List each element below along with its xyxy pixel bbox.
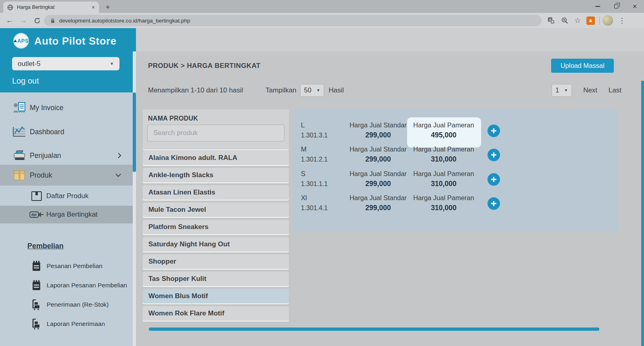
window-close-button[interactable]: × bbox=[625, 0, 644, 13]
chevron-right-icon bbox=[117, 152, 121, 159]
bookmark-star-icon[interactable]: ☆ bbox=[572, 15, 583, 26]
rp-price-tag-icon: RP bbox=[29, 210, 44, 219]
cash-register-icon bbox=[12, 150, 27, 161]
product-item[interactable]: Alaina Kimono adult. RALA bbox=[143, 151, 289, 165]
back-button[interactable]: ← bbox=[4, 15, 15, 26]
extension-icon[interactable]: a bbox=[586, 15, 595, 26]
pagination: 1 ▼ Next Last bbox=[551, 84, 621, 97]
page-size-select[interactable]: 50 ▼ bbox=[300, 84, 324, 97]
translate-icon[interactable]: a bbox=[545, 15, 557, 26]
app-content: APS Auto Pilot Store outlet-5 ▼ Log out … bbox=[0, 28, 644, 346]
horizontal-scrollbar-thumb[interactable] bbox=[149, 328, 599, 331]
add-price-tier-button[interactable] bbox=[488, 149, 500, 161]
add-price-tier-button[interactable] bbox=[488, 197, 500, 210]
sidebar-item-pesanan-pembelian[interactable]: Pesanan Pembelian bbox=[0, 257, 136, 275]
sidebar-item-label: Produk bbox=[30, 171, 52, 180]
exhibition-price-label: Harga Jual Pameran bbox=[409, 170, 478, 178]
window-restore-button[interactable] bbox=[607, 0, 625, 13]
lock-icon bbox=[50, 18, 56, 24]
variant-sku: 1.301.3.1 bbox=[301, 132, 345, 139]
sidebar-scrollbar-thumb[interactable] bbox=[133, 92, 136, 172]
product-search-input[interactable] bbox=[147, 125, 284, 141]
toolbar-separator bbox=[599, 15, 600, 26]
plus-icon bbox=[491, 176, 497, 182]
product-item[interactable]: Saturday Night Hang Out bbox=[143, 237, 289, 252]
handtruck-icon bbox=[31, 319, 43, 330]
favicon-globe-icon bbox=[7, 4, 13, 10]
browser-window: Harga Bertingkat × + × ← → development.a… bbox=[0, 0, 644, 346]
address-bar[interactable]: development.autopilotstore.co.id/harga_b… bbox=[44, 15, 541, 26]
page-vertical-scrollbar-thumb[interactable] bbox=[641, 81, 644, 346]
logo-text: APS bbox=[17, 38, 29, 44]
sidebar-item-label: Penjualan bbox=[30, 152, 61, 160]
product-item[interactable]: Shopper bbox=[143, 254, 289, 269]
caret-down-icon: ▼ bbox=[564, 88, 568, 92]
standard-price-value: 299,000 bbox=[344, 131, 412, 139]
page-number-select[interactable]: 1 ▼ bbox=[551, 84, 572, 97]
product-item[interactable]: Women Rok Flare Motif bbox=[143, 306, 289, 321]
upload-massal-button[interactable]: Upload Massal bbox=[551, 59, 614, 73]
window-minimize-button[interactable] bbox=[588, 0, 607, 13]
sidebar-item-my-invoice[interactable]: My Invoice bbox=[0, 98, 136, 117]
standard-price-label: Harga Jual Standar bbox=[344, 170, 412, 178]
logout-link[interactable]: Log out bbox=[12, 76, 39, 86]
sidebar-item-produk[interactable]: Produk bbox=[0, 165, 136, 186]
breadcrumb: PRODUK > HARGA BERTINGKAT bbox=[148, 62, 261, 70]
exhibition-price-value: 310,000 bbox=[409, 180, 478, 188]
exhibition-price-label: Harga Jual Pameran bbox=[409, 121, 478, 129]
sidebar-item-label: Dashboard bbox=[30, 128, 64, 136]
new-tab-button[interactable]: + bbox=[102, 2, 113, 13]
standard-price-value: 299,000 bbox=[344, 204, 412, 212]
add-price-tier-button[interactable] bbox=[488, 125, 500, 137]
browser-tab[interactable]: Harga Bertingkat × bbox=[3, 2, 99, 13]
product-item[interactable]: Platform Sneakers bbox=[143, 220, 289, 234]
package-box-icon bbox=[12, 169, 27, 181]
reload-button[interactable] bbox=[31, 15, 43, 26]
product-item[interactable]: Atasan Linen Elastis bbox=[143, 185, 289, 200]
plus-icon bbox=[491, 128, 497, 134]
pagination-last[interactable]: Last bbox=[609, 86, 621, 94]
standard-price-label: Harga Jual Standar bbox=[344, 121, 412, 129]
notepad-icon bbox=[31, 280, 43, 291]
variant-sku: 1.301.1.1 bbox=[301, 180, 345, 188]
tab-close-icon[interactable]: × bbox=[92, 4, 95, 10]
browser-menu-kebab-icon[interactable]: ⋮ bbox=[617, 15, 627, 26]
sidebar-item-label: Laporan Penerimaan bbox=[47, 320, 105, 328]
sidebar-heading-pembelian[interactable]: Pembelian bbox=[27, 242, 64, 250]
sidebar: APS Auto Pilot Store outlet-5 ▼ Log out … bbox=[0, 28, 136, 346]
variant-size: L bbox=[301, 121, 345, 129]
variant-row: L 1.301.3.1 Harga Jual Standar 299,000 H… bbox=[293, 119, 618, 142]
avatar bbox=[603, 15, 613, 26]
product-search-card: NAMA PRODUK bbox=[143, 109, 289, 149]
product-item[interactable]: Tas Shopper Kulit bbox=[143, 272, 289, 286]
sidebar-item-laporan-penerimaan[interactable]: Laporan Penerimaan bbox=[0, 315, 136, 333]
variant-row: Xl 1.301.4.1 Harga Jual Standar 299,000 … bbox=[293, 192, 618, 215]
sidebar-item-label: My Invoice bbox=[30, 104, 64, 112]
sidebar-item-label: Penerimaan (Re-Stok) bbox=[47, 301, 109, 308]
product-item[interactable]: Mule Tacon Jewel bbox=[143, 203, 289, 217]
outlet-select[interactable]: outlet-5 ▼ bbox=[12, 57, 119, 70]
plus-icon bbox=[491, 201, 497, 207]
tab-title: Harga Bertingkat bbox=[17, 4, 88, 10]
caret-down-icon: ▼ bbox=[316, 88, 320, 92]
sidebar-item-laporan-pesanan-pembelian[interactable]: Laporan Pesanan Pembelian bbox=[0, 276, 136, 294]
logo-triangle-icon bbox=[14, 39, 17, 42]
sidebar-item-dashboard[interactable]: Dashboard bbox=[0, 123, 136, 141]
pagination-next[interactable]: Next bbox=[583, 86, 597, 94]
profile-avatar[interactable] bbox=[602, 15, 613, 26]
sidebar-item-daftar-produk[interactable]: Daftar Produk bbox=[0, 187, 136, 205]
variant-size: M bbox=[301, 145, 345, 154]
variant-size: S bbox=[301, 170, 345, 178]
zoom-icon[interactable] bbox=[559, 15, 570, 26]
sidebar-item-penjualan[interactable]: Penjualan bbox=[0, 146, 136, 165]
product-item[interactable]: Ankle-length Slacks bbox=[143, 168, 289, 182]
product-item-selected[interactable]: Women Blus Motif bbox=[143, 289, 289, 303]
variant-sku: 1.301.4.1 bbox=[301, 205, 345, 212]
add-price-tier-button[interactable] bbox=[488, 173, 500, 186]
sidebar-item-harga-bertingkat[interactable]: RP Harga Bertingkat bbox=[0, 206, 136, 223]
sidebar-header: APS Auto Pilot Store outlet-5 ▼ Log out bbox=[0, 28, 136, 92]
product-list-header: NAMA PRODUK bbox=[148, 115, 198, 122]
exhibition-price-value: 310,000 bbox=[409, 204, 478, 212]
forward-button[interactable]: → bbox=[18, 15, 29, 26]
sidebar-item-penerimaan-restok[interactable]: Penerimaan (Re-Stok) bbox=[0, 296, 136, 313]
